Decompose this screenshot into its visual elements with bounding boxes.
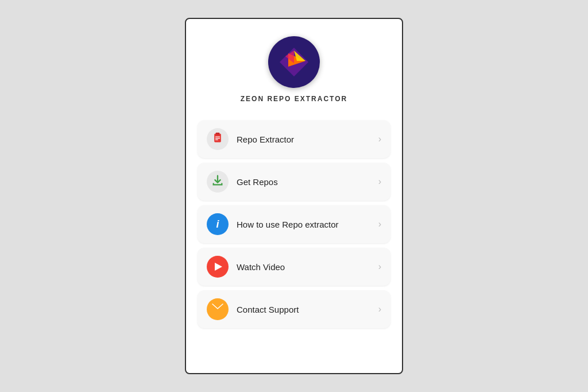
chevron-icon: › xyxy=(378,219,381,229)
logo-section: ZEON REPO EXTRACTOR xyxy=(241,36,347,103)
chevron-icon: › xyxy=(378,176,381,187)
play-icon xyxy=(207,256,229,278)
mail-icon xyxy=(207,298,229,320)
menu-list: Repo Extractor › Get Repos › i xyxy=(198,120,390,328)
watch-video-label: Watch Video xyxy=(237,262,378,272)
how-to-use-label: How to use Repo extractor xyxy=(237,220,378,229)
contact-support-label: Contact Support xyxy=(237,305,378,314)
chevron-icon: › xyxy=(378,262,381,272)
menu-item-repo-extractor[interactable]: Repo Extractor › xyxy=(198,120,390,158)
app-title: ZEON REPO EXTRACTOR xyxy=(241,95,347,103)
chevron-icon: › xyxy=(378,304,381,314)
svg-rect-7 xyxy=(215,138,220,139)
svg-rect-8 xyxy=(215,139,218,140)
chevron-icon: › xyxy=(378,134,381,144)
repo-extractor-label: Repo Extractor xyxy=(237,134,378,144)
get-repos-icon-bg xyxy=(207,171,229,193)
clipboard-icon xyxy=(212,132,223,147)
info-icon: i xyxy=(207,213,229,235)
app-logo xyxy=(268,36,320,88)
menu-item-watch-video[interactable]: Watch Video › xyxy=(198,248,390,286)
svg-rect-5 xyxy=(216,132,220,134)
repo-extractor-icon-bg xyxy=(207,128,229,150)
menu-item-get-repos[interactable]: Get Repos › xyxy=(198,163,390,201)
menu-item-how-to-use[interactable]: i How to use Repo extractor › xyxy=(198,205,390,243)
get-repos-label: Get Repos xyxy=(237,177,378,187)
download-icon xyxy=(211,174,224,190)
svg-rect-6 xyxy=(215,136,220,137)
menu-item-contact-support[interactable]: Contact Support › xyxy=(198,290,390,328)
phone-frame: ZEON REPO EXTRACTOR Repo Extractor › xyxy=(185,18,403,374)
